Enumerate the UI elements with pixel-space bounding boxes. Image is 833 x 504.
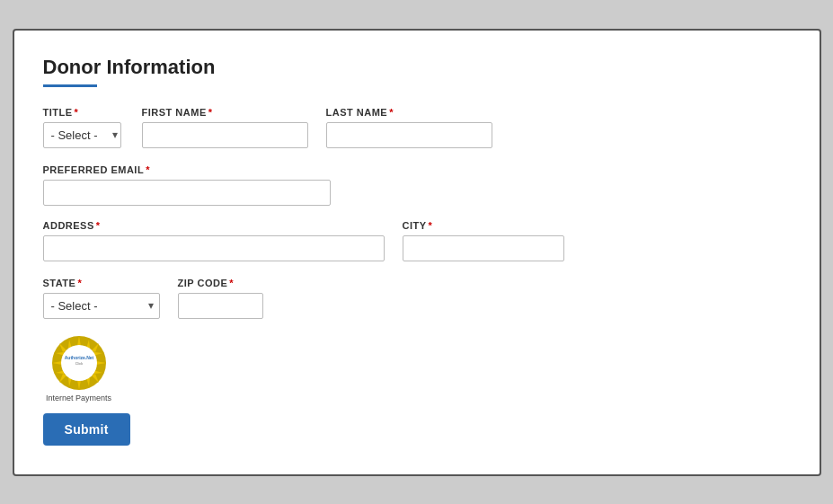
title-select[interactable]: - Select - Mr. Mrs. Ms. Dr.: [43, 122, 121, 148]
firstname-group: FIRST NAME*: [142, 107, 308, 148]
address-label: ADDRESS*: [43, 220, 385, 231]
row-name: TITLE* - Select - Mr. Mrs. Ms. Dr. FIRST…: [43, 107, 791, 148]
page-title: Donor Information: [43, 56, 791, 79]
state-select-wrapper: - Select - ALAKAZAR CACOCTDE FLGAHIID IL…: [43, 293, 160, 319]
authorize-badge-icon: Authorize.Net Click: [51, 335, 107, 391]
svg-text:Click: Click: [75, 361, 83, 366]
row-email: PREFERRED EMAIL*: [43, 164, 791, 206]
zip-group: ZIP CODE*: [178, 278, 268, 319]
row-address: ADDRESS* CITY*: [43, 220, 791, 261]
email-group: PREFERRED EMAIL*: [43, 164, 331, 206]
lastname-label: LAST NAME*: [326, 107, 492, 118]
firstname-input[interactable]: [142, 122, 308, 148]
city-group: CITY*: [403, 220, 564, 261]
title-label: TITLE*: [43, 107, 124, 118]
email-label: PREFERRED EMAIL*: [43, 164, 331, 175]
state-group: STATE* - Select - ALAKAZAR CACOCTDE FLGA…: [43, 278, 160, 319]
address-input[interactable]: [43, 235, 385, 261]
lastname-group: LAST NAME*: [326, 107, 492, 148]
state-label: STATE*: [43, 278, 160, 288]
zip-input[interactable]: [178, 293, 263, 319]
row-state-zip: STATE* - Select - ALAKAZAR CACOCTDE FLGA…: [43, 278, 791, 319]
zip-label: ZIP CODE*: [178, 278, 268, 288]
city-input[interactable]: [403, 235, 564, 261]
city-label: CITY*: [403, 220, 564, 231]
title-select-wrapper: - Select - Mr. Mrs. Ms. Dr.: [43, 122, 124, 148]
title-underline: [43, 84, 97, 87]
submit-button[interactable]: Submit: [43, 413, 130, 446]
main-window: Donor Information TITLE* - Select - Mr. …: [13, 29, 821, 476]
authorize-badge[interactable]: Authorize.Net Click Internet Payments: [43, 335, 115, 402]
state-select[interactable]: - Select - ALAKAZAR CACOCTDE FLGAHIID IL…: [43, 293, 160, 319]
svg-text:Authorize.Net: Authorize.Net: [64, 355, 93, 360]
address-group: ADDRESS*: [43, 220, 385, 261]
firstname-label: FIRST NAME*: [142, 107, 308, 118]
email-input[interactable]: [43, 180, 331, 206]
authorize-label: Internet Payments: [46, 393, 111, 402]
title-group: TITLE* - Select - Mr. Mrs. Ms. Dr.: [43, 107, 124, 148]
lastname-input[interactable]: [326, 122, 492, 148]
